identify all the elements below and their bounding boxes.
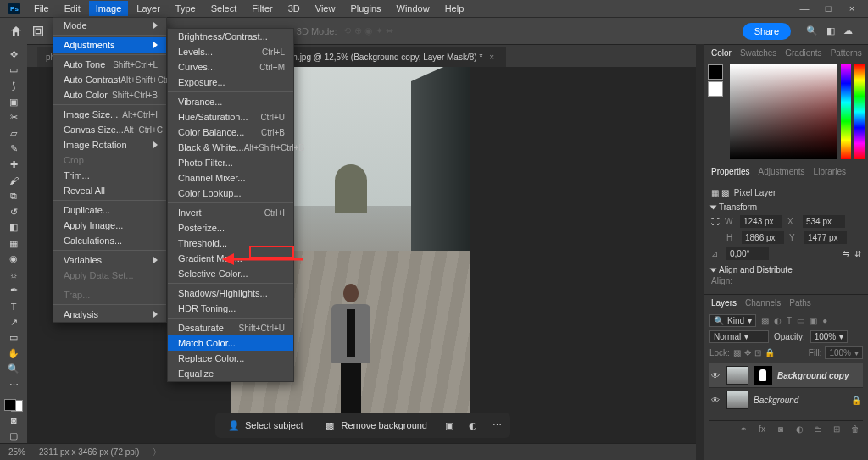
close-tab-icon[interactable]: × [489,53,494,62]
menu-select[interactable]: Select [204,1,244,16]
frame-tool-icon[interactable]: ▱ [3,126,24,141]
fill-field[interactable]: 100%▾ [825,346,863,359]
layer-thumb[interactable] [726,391,748,409]
tab-properties[interactable]: Properties [711,167,750,176]
hue-spectrum[interactable] [854,64,865,159]
move-tool-icon[interactable]: ✥ [3,47,24,62]
layer-thumb[interactable] [726,366,748,385]
visibility-icon[interactable]: 👁 [711,396,721,405]
color-field[interactable] [730,64,837,159]
remove-background-button[interactable]: ▩ Remove background [318,417,432,434]
layer-mask-thumb[interactable] [754,366,772,385]
layer-style-icon[interactable]: fx [756,424,768,434]
menu-file[interactable]: File [27,1,56,16]
path-tool-icon[interactable]: ↗ [3,315,24,330]
gradient-tool-icon[interactable]: ▦ [3,236,24,251]
menu-type[interactable]: Type [169,1,203,16]
flip-h-icon[interactable]: ⇋ [843,249,849,258]
layer-name[interactable]: Background [754,396,798,405]
adjust-icon[interactable]: ◐ [466,418,480,432]
new-layer-icon[interactable]: ⊞ [831,424,843,434]
link-layers-icon[interactable]: ⚭ [737,424,749,434]
x-field[interactable]: 534 px [803,215,845,228]
marquee-tool-icon[interactable]: ▭ [3,64,24,78]
menu-item-auto-contrast[interactable]: Auto ContrastAlt+Shift+Ctrl+L [53,72,166,87]
menu-item-hdr[interactable]: HDR Toning... [168,301,293,316]
menu-item-image-rotation[interactable]: Image Rotation [53,137,166,152]
menu-item-equalize[interactable]: Equalize [168,366,293,381]
blur-tool-icon[interactable]: ◉ [3,252,24,267]
menu-item-bw[interactable]: Black & White...Alt+Shift+Ctrl+B [168,140,293,155]
filter-adjust-icon[interactable]: ◐ [774,316,782,325]
object-select-tool-icon[interactable]: ▣ [3,95,24,109]
foreground-swatch[interactable] [4,399,16,411]
menu-item-curves[interactable]: Curves...Ctrl+M [168,59,293,75]
healing-tool-icon[interactable]: ✚ [3,158,24,172]
height-field[interactable]: 1866 px [742,231,784,244]
transform-section-label[interactable]: Transform [719,202,757,212]
menu-plugins[interactable]: Plugins [343,1,387,16]
type-tool-icon[interactable]: T [3,299,24,313]
blend-mode-dropdown[interactable]: Normal▾ [709,330,769,343]
lock-icon[interactable]: 🔒 [851,396,861,405]
menu-item-apply-image[interactable]: Apply Image... [53,218,166,233]
menu-item-replace-color[interactable]: Replace Color... [168,351,293,366]
filter-type-icon[interactable]: T [787,316,792,325]
menu-item-color-balance[interactable]: Color Balance...Ctrl+B [168,125,293,140]
share-button[interactable]: Share [743,23,791,40]
menu-item-crop[interactable]: Crop [53,152,166,168]
lock-artboard-icon[interactable]: ⊡ [754,348,761,357]
lock-all-icon[interactable]: 🔒 [765,348,775,357]
opacity-field[interactable]: 100%▾ [810,330,849,343]
history-brush-icon[interactable]: ↺ [3,205,24,219]
menu-item-color-lookup[interactable]: Color Lookup... [168,186,293,201]
align-section-label[interactable]: Align and Distribute [719,265,793,274]
search-icon[interactable]: 🔍 [806,25,818,36]
zoom-level[interactable]: 25% [8,447,25,457]
tab-channels[interactable]: Channels [745,298,781,308]
doc-dimensions[interactable]: 2311 px x 3466 px (72 ppi) [39,447,139,457]
new-fill-icon[interactable]: ◐ [793,424,805,434]
frames-icon[interactable] [31,25,46,38]
menu-3d[interactable]: 3D [281,1,307,16]
hand-tool-icon[interactable]: ✋ [3,346,24,361]
angle-field[interactable]: 0,00° [726,247,769,260]
window-close-icon[interactable]: × [846,3,858,14]
menu-item-photo-filter[interactable]: Photo Filter... [168,155,293,170]
menu-item-posterize[interactable]: Posterize... [168,220,293,236]
menu-layer[interactable]: Layer [130,1,167,16]
color-swatches[interactable] [4,399,23,412]
flip-v-icon[interactable]: ⇵ [854,249,861,258]
menu-item-auto-tone[interactable]: Auto ToneShift+Ctrl+L [53,57,166,72]
clone-tool-icon[interactable]: ⧉ [3,189,24,203]
tab-swatches[interactable]: Swatches [740,48,776,58]
y-field[interactable]: 1477 px [804,231,847,244]
eyedropper-tool-icon[interactable]: ✎ [3,141,24,156]
menu-filter[interactable]: Filter [245,1,279,16]
panel-foreground-swatch[interactable] [708,64,723,80]
menu-item-reveal-all[interactable]: Reveal All [53,183,166,198]
menu-item-auto-color[interactable]: Auto ColorShift+Ctrl+B [53,87,166,103]
menu-item-selective-color[interactable]: Selective Color... [168,266,293,281]
zoom-tool-icon[interactable]: 🔍 [3,363,24,377]
menu-item-shadows[interactable]: Shadows/Highlights... [168,285,293,301]
panel-background-swatch[interactable] [708,81,723,97]
shape-tool-icon[interactable]: ▭ [3,330,24,345]
window-maximize-icon[interactable]: □ [822,3,834,14]
menu-item-trim[interactable]: Trim... [53,168,166,183]
layer-row-background[interactable]: 👁 Background 🔒 [709,387,863,412]
delete-layer-icon[interactable]: 🗑 [849,424,861,434]
window-minimize-icon[interactable]: — [798,3,810,14]
cloud-icon[interactable]: ☁ [843,25,853,36]
new-group-icon[interactable]: 🗀 [812,424,824,434]
menu-item-duplicate[interactable]: Duplicate... [53,202,166,218]
add-mask-icon[interactable]: ◙ [775,424,787,434]
pen-tool-icon[interactable]: ✒ [3,284,24,298]
tab-color[interactable]: Color [711,48,732,58]
tab-gradients[interactable]: Gradients [785,48,821,58]
quickmask-icon[interactable]: ◙ [3,413,24,428]
brush-tool-icon[interactable]: 🖌 [3,174,24,188]
filter-pixel-icon[interactable]: ▩ [761,316,769,325]
tab-patterns[interactable]: Patterns [831,48,862,58]
menu-item-invert[interactable]: InvertCtrl+I [168,205,293,220]
